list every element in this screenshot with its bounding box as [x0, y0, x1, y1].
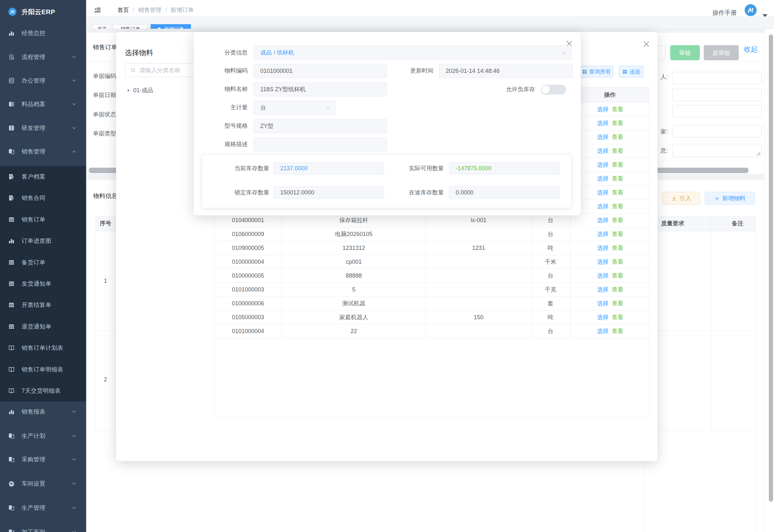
material-table-row-0100000006[interactable]: 0100000006 测试机器 套 选择 查看: [214, 297, 649, 310]
material-table-row-0104000001[interactable]: 0104000001 保存箱拉杆 lx-001 台 选择 查看: [214, 213, 649, 227]
form-textarea-remark[interactable]: [672, 144, 762, 157]
tab-首页[interactable]: 首页: [93, 24, 110, 29]
select-link[interactable]: 选择: [597, 119, 609, 127]
category-select[interactable]: 成品 / 纸杯机: [253, 45, 572, 60]
select-dialog-close-icon[interactable]: [642, 40, 650, 48]
form-input-row4[interactable]: [672, 125, 762, 137]
material-table-row-0101000004[interactable]: 0101000004 22 台 选择 查看: [214, 324, 649, 338]
updated-input[interactable]: 2026-01-14 14:48:46: [439, 64, 573, 78]
tab-新增订单[interactable]: 新增订单: [151, 24, 191, 29]
audit-button[interactable]: 审核: [670, 45, 700, 60]
view-link[interactable]: 查看: [612, 202, 623, 210]
select-link[interactable]: 选择: [597, 133, 609, 141]
select-link[interactable]: 选择: [597, 272, 609, 280]
transit-stock-input[interactable]: 0.0000: [449, 186, 560, 199]
sidebar-item-发货通知单[interactable]: 发货通知单: [0, 273, 86, 294]
sidebar-item-销售合同[interactable]: 销售合同: [0, 187, 86, 209]
page-vertical-scrollbar[interactable]: [769, 34, 773, 502]
current-stock-input[interactable]: 2137.0000: [273, 162, 384, 174]
sidebar-item-7天交货明细表[interactable]: 7天交货明细表: [0, 380, 86, 401]
unaudit-button[interactable]: 反审核: [704, 45, 739, 60]
spec-input[interactable]: [253, 137, 387, 152]
select-link[interactable]: 选择: [597, 105, 609, 113]
material-table-row-0109000005[interactable]: 0109000005 1231312 1231 吨 选择 查看: [214, 241, 649, 255]
form-input-row3[interactable]: [672, 105, 762, 117]
neg-stock-toggle[interactable]: [541, 85, 566, 94]
view-link[interactable]: 查看: [612, 244, 623, 252]
available-stock-input[interactable]: -147875.0000: [449, 162, 560, 174]
sidebar-item-研发管理[interactable]: 研发管理: [0, 117, 86, 139]
sidebar-item-销售管理[interactable]: 销售管理: [0, 141, 86, 162]
category-tree-node[interactable]: 01-成品: [127, 86, 153, 95]
locked-stock-input[interactable]: 150012.0000: [273, 186, 384, 199]
query-all-button[interactable]: 查询所有: [580, 66, 613, 77]
select-link[interactable]: 选择: [597, 175, 609, 182]
sidebar-item-销售订单计划表[interactable]: 销售订单计划表: [0, 337, 86, 359]
manual-link[interactable]: 操作手册: [712, 9, 737, 17]
material-table-row-0101000003[interactable]: 0101000003 5 千克 选择 查看: [214, 283, 649, 297]
select-link[interactable]: 选择: [597, 300, 609, 307]
select-link[interactable]: 选择: [597, 327, 609, 335]
select-link[interactable]: 选择: [597, 244, 609, 252]
view-link[interactable]: 查看: [612, 175, 623, 182]
view-link[interactable]: 查看: [612, 189, 623, 196]
category-search-input[interactable]: 请输入分类名称: [125, 63, 203, 77]
unit-select[interactable]: 台: [253, 101, 335, 115]
select-link[interactable]: 选择: [597, 286, 609, 293]
material-table-row-0106000009[interactable]: 0106000009 电脑20260105 台 选择 查看: [214, 227, 649, 241]
material-table-row-0105000003[interactable]: 0105000003 家庭机器人 150 吨 选择 查看: [214, 310, 649, 324]
view-link[interactable]: 查看: [612, 216, 623, 224]
view-link[interactable]: 查看: [612, 313, 623, 321]
select-link[interactable]: 选择: [597, 147, 609, 155]
sidebar-item-办公管理[interactable]: 办公管理: [0, 70, 86, 91]
select-link[interactable]: 选择: [597, 313, 609, 321]
view-link[interactable]: 查看: [612, 327, 623, 335]
select-link[interactable]: 选择: [597, 189, 609, 196]
sidebar-item-客户档案[interactable]: 客户档案: [0, 166, 86, 187]
select-link[interactable]: 选择: [597, 230, 609, 238]
sidebar-item-销售订单明细表[interactable]: 销售订单明细表: [0, 359, 86, 380]
multi-select-button[interactable]: 连选: [619, 66, 644, 77]
textarea-resize-grip[interactable]: [757, 152, 760, 156]
app-logo[interactable]: 升阳云ERP: [0, 0, 86, 24]
sidebar-item-采购管理[interactable]: 采购管理: [0, 449, 86, 470]
view-link[interactable]: 查看: [612, 147, 623, 155]
view-link[interactable]: 查看: [612, 161, 623, 169]
select-link[interactable]: 选择: [597, 202, 609, 210]
view-link[interactable]: 查看: [612, 286, 623, 293]
material-table-row-0100000004[interactable]: 0100000004 cp001 千米 选择 查看: [214, 255, 649, 269]
view-link[interactable]: 查看: [612, 300, 623, 307]
sidebar-item-料品档案[interactable]: 料品档案: [0, 94, 86, 115]
sidebar-item-退货通知单[interactable]: 退货通知单: [0, 316, 86, 337]
select-link[interactable]: 选择: [597, 216, 609, 224]
sidebar-item-车间设置[interactable]: 车间设置: [0, 473, 86, 494]
select-link[interactable]: 选择: [597, 161, 609, 169]
sidebar-item-加工车间[interactable]: 加工车间: [0, 521, 86, 532]
view-link[interactable]: 查看: [612, 230, 623, 238]
sidebar-item-开票结算单[interactable]: 开票结算单: [0, 294, 86, 316]
model-input[interactable]: ZY型: [253, 119, 387, 133]
sidebar-item-销售报表[interactable]: 销售报表: [0, 401, 86, 422]
name-input[interactable]: 118S ZY型纸杯机: [253, 82, 387, 96]
view-link[interactable]: 查看: [612, 133, 623, 141]
select-link[interactable]: 选择: [597, 258, 609, 266]
import-button[interactable]: 引入: [662, 192, 700, 205]
form-input-row1[interactable]: [672, 72, 762, 84]
add-material-button[interactable]: 新增物料: [705, 192, 755, 205]
sidebar-item-备货订单[interactable]: 备货订单: [0, 252, 86, 273]
sidebar-item-流程管理[interactable]: 流程管理: [0, 46, 86, 68]
sidebar-collapse-icon[interactable]: [94, 6, 102, 14]
material-table-row-0100000005[interactable]: 0100000005 88888 台 选择 查看: [214, 269, 649, 283]
sidebar-item-生产计划[interactable]: 生产计划: [0, 425, 86, 447]
breadcrumb-home[interactable]: 首页: [117, 6, 129, 14]
sidebar-item-销售订单[interactable]: 销售订单: [0, 209, 86, 230]
view-link[interactable]: 查看: [612, 119, 623, 127]
tab-销售订单[interactable]: 销售订单: [113, 24, 148, 29]
view-link[interactable]: 查看: [612, 272, 623, 280]
sidebar-item-经营总控[interactable]: 经营总控: [0, 23, 86, 44]
sidebar-item-生产管理[interactable]: 生产管理: [0, 497, 86, 518]
avatar[interactable]: [745, 4, 757, 16]
view-link[interactable]: 查看: [612, 105, 623, 113]
view-link[interactable]: 查看: [612, 258, 623, 266]
collapse-link[interactable]: 收起: [744, 44, 758, 54]
